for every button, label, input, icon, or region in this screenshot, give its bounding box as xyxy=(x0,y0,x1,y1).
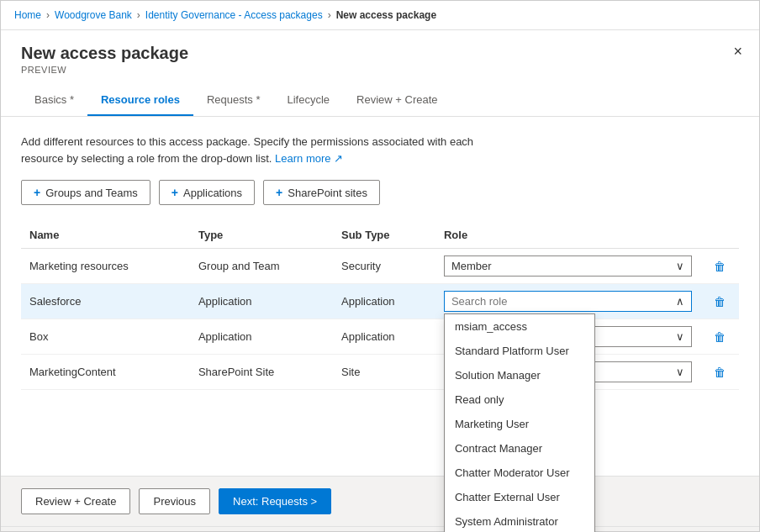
add-applications-button[interactable]: + Applications xyxy=(159,180,255,205)
role-search-box[interactable]: ∧ xyxy=(444,291,692,312)
table-row: Box Application Application ∨ 🗑 xyxy=(21,319,739,355)
table-row: MarketingContent SharePoint Site Site ∨ … xyxy=(21,355,739,390)
table-row: Salesforce Application Application ∧ msi… xyxy=(21,284,739,319)
sharepoint-label: SharePoint sites xyxy=(288,187,367,199)
dropdown-item[interactable]: Contract Manager xyxy=(445,436,594,461)
tab-requests[interactable]: Requests * xyxy=(193,85,274,116)
plus-icon: + xyxy=(276,186,282,199)
row-subtype: Application xyxy=(333,319,435,355)
review-create-button[interactable]: Review + Create xyxy=(21,488,130,514)
row-type: Application xyxy=(190,284,333,319)
footer: Review + Create Previous Next: Requests … xyxy=(1,476,759,526)
learn-more-link[interactable]: Learn more ↗ xyxy=(275,152,343,165)
row-name: MarketingContent xyxy=(21,355,190,390)
dropdown-item[interactable]: msiam_access xyxy=(445,314,594,339)
delete-row-button[interactable]: 🗑 xyxy=(709,258,731,275)
role-search-container: ∧ msiam_access Standard Platform User So… xyxy=(444,291,692,312)
groups-teams-label: Groups and Teams xyxy=(45,187,138,199)
dropdown-item[interactable]: Read only xyxy=(445,387,594,412)
tab-bar: Basics * Resource roles Requests * Lifec… xyxy=(1,85,759,117)
delete-row-button[interactable]: 🗑 xyxy=(709,329,731,345)
breadcrumb: Home › Woodgrove Bank › Identity Governa… xyxy=(1,1,759,30)
row-subtype: Application xyxy=(333,284,435,319)
plus-icon: + xyxy=(34,186,40,199)
col-role: Role xyxy=(435,222,700,249)
role-dropdown-menu: msiam_access Standard Platform User Solu… xyxy=(444,313,595,532)
close-button[interactable]: × xyxy=(733,44,742,59)
row-name: Box xyxy=(21,319,190,355)
dropdown-item[interactable]: Standard Platform User xyxy=(445,339,594,363)
row-name: Marketing resources xyxy=(21,249,190,284)
col-type: Type xyxy=(190,222,333,249)
search-role-input[interactable] xyxy=(451,295,676,308)
breadcrumb-current: New access package xyxy=(336,9,436,21)
role-value: Member xyxy=(451,260,492,272)
action-buttons: + Groups and Teams + Applications + Shar… xyxy=(21,180,739,205)
next-button[interactable]: Next: Requests > xyxy=(219,488,331,514)
row-type: SharePoint Site xyxy=(190,355,333,390)
previous-button[interactable]: Previous xyxy=(139,488,210,514)
table-row: Marketing resources Group and Team Secur… xyxy=(21,249,739,284)
panel-subtitle: PREVIEW xyxy=(21,65,739,75)
breadcrumb-home[interactable]: Home xyxy=(14,9,41,21)
chevron-up-icon: ∧ xyxy=(676,295,684,308)
tab-lifecycle[interactable]: Lifecycle xyxy=(274,85,344,116)
dropdown-item[interactable]: Chatter External User xyxy=(445,485,594,509)
row-type: Application xyxy=(190,319,333,355)
tab-resource-roles[interactable]: Resource roles xyxy=(87,85,193,116)
delete-row-button[interactable]: 🗑 xyxy=(709,364,731,381)
chevron-down-icon: ∨ xyxy=(676,366,684,378)
col-name: Name xyxy=(21,222,190,249)
panel-header: New access package PREVIEW × xyxy=(1,30,759,75)
description-text: Add different resources to this access p… xyxy=(21,134,492,166)
breadcrumb-bank[interactable]: Woodgrove Bank xyxy=(55,9,132,21)
row-type: Group and Team xyxy=(190,249,333,284)
tab-review-create[interactable]: Review + Create xyxy=(343,85,451,116)
dropdown-item[interactable]: Solution Manager xyxy=(445,363,594,387)
add-groups-teams-button[interactable]: + Groups and Teams xyxy=(21,180,150,205)
scrollbar xyxy=(1,526,759,531)
row-subtype: Security xyxy=(333,249,435,284)
role-dropdown[interactable]: Member ∨ xyxy=(444,255,692,277)
row-subtype: Site xyxy=(333,355,435,390)
row-name: Salesforce xyxy=(21,284,190,319)
dropdown-item[interactable]: System Administrator xyxy=(445,509,594,532)
add-sharepoint-button[interactable]: + SharePoint sites xyxy=(263,180,380,205)
main-window: Home › Woodgrove Bank › Identity Governa… xyxy=(0,0,760,532)
delete-row-button[interactable]: 🗑 xyxy=(709,293,731,310)
chevron-down-icon: ∨ xyxy=(676,260,684,272)
content-area: Add different resources to this access p… xyxy=(1,117,759,476)
tab-basics[interactable]: Basics * xyxy=(21,85,87,116)
chevron-down-icon: ∨ xyxy=(676,330,684,343)
col-subtype: Sub Type xyxy=(333,222,435,249)
row-role: ∧ msiam_access Standard Platform User So… xyxy=(435,284,700,319)
plus-icon: + xyxy=(172,186,178,199)
dropdown-item[interactable]: Chatter Moderator User xyxy=(445,461,594,485)
panel-title: New access package xyxy=(21,44,739,63)
breadcrumb-governance[interactable]: Identity Governance - Access packages xyxy=(145,9,323,21)
applications-label: Applications xyxy=(183,187,242,199)
row-role: Member ∨ xyxy=(435,249,700,284)
resource-table: Name Type Sub Type Role Marketing resour… xyxy=(21,222,739,390)
dropdown-item[interactable]: Marketing User xyxy=(445,412,594,436)
